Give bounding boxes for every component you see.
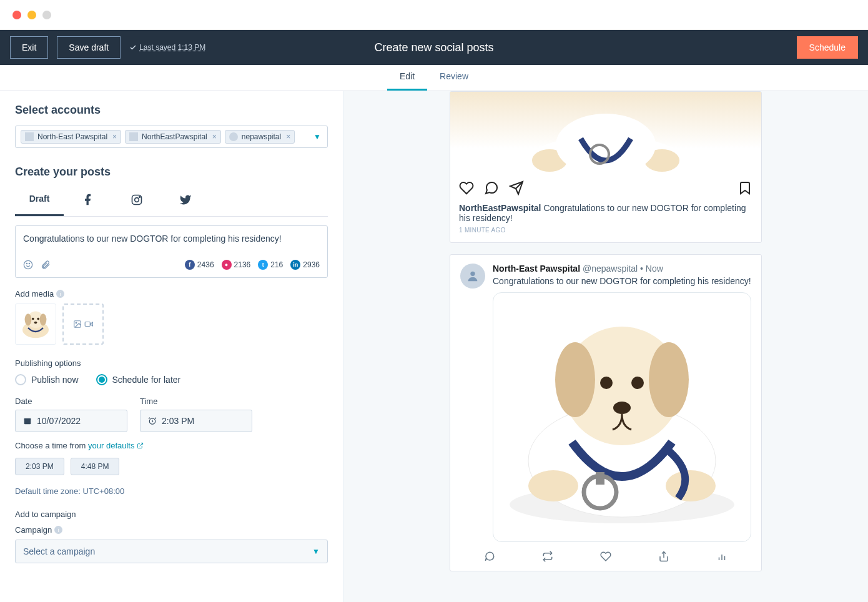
account-chip-label: NorthEastPawspital (142, 132, 207, 141)
account-chip-label: nepawspital (242, 132, 281, 141)
svg-point-14 (76, 322, 77, 323)
save-draft-button[interactable]: Save draft (57, 36, 121, 59)
media-thumbnail[interactable] (15, 303, 56, 345)
send-icon[interactable] (509, 180, 524, 195)
remove-chip-icon[interactable]: × (286, 132, 290, 141)
tab-review[interactable]: Review (427, 65, 481, 91)
radio-checked-icon (96, 374, 107, 385)
share-icon[interactable] (658, 551, 669, 562)
add-media-label: Add media i (15, 289, 328, 299)
left-panel: Select accounts North-East Pawspital × N… (0, 91, 343, 602)
svg-point-2 (139, 197, 141, 198)
image-icon (73, 320, 82, 328)
twitter-meta: North-East Pawspital @nepawspital • Now (493, 264, 751, 274)
analytics-icon[interactable] (716, 551, 727, 562)
time-label: Time (140, 397, 252, 406)
dog-image-icon (493, 299, 751, 536)
bookmark-icon[interactable] (737, 180, 752, 195)
attachment-icon[interactable] (41, 260, 51, 270)
post-network-tabs: Draft (15, 187, 328, 217)
add-media-button[interactable] (62, 303, 104, 345)
account-chip-instagram[interactable]: NorthEastPawspital × (125, 130, 221, 144)
twitter-char-count: t216 (258, 260, 283, 270)
retweet-icon[interactable] (542, 551, 553, 562)
traffic-lights (12, 11, 51, 19)
comment-icon[interactable] (484, 180, 499, 195)
schedule-button[interactable]: Schedule (797, 36, 858, 59)
avatar-placeholder-icon (466, 269, 480, 283)
account-chip-facebook[interactable]: North-East Pawspital × (21, 130, 121, 144)
campaign-placeholder: Select a campaign (23, 546, 95, 556)
remove-chip-icon[interactable]: × (212, 132, 217, 141)
emoji-icon[interactable] (23, 260, 33, 270)
instagram-char-count: ●2136 (222, 260, 251, 270)
time-option-chip[interactable]: 2:03 PM (15, 458, 64, 475)
date-label: Date (15, 397, 127, 406)
post-tab-facebook[interactable] (64, 187, 112, 216)
post-tab-draft[interactable]: Draft (15, 187, 64, 216)
composer-text[interactable]: Congratulations to our new DOGTOR for co… (23, 234, 320, 249)
svg-point-24 (556, 114, 656, 173)
svg-point-32 (666, 470, 716, 501)
instagram-preview-image (450, 92, 761, 173)
add-to-campaign-label: Add to campaign (15, 510, 328, 519)
schedule-later-radio[interactable]: Schedule for later (96, 374, 181, 385)
time-input[interactable]: 2:03 PM (140, 410, 252, 432)
svg-point-36 (600, 377, 613, 389)
window-chrome (0, 0, 868, 30)
svg-point-35 (649, 342, 689, 417)
create-posts-heading: Create your posts (15, 165, 328, 179)
instagram-caption: NorthEastPawspital Congratulations to ou… (450, 203, 761, 227)
post-composer[interactable]: Congratulations to our new DOGTOR for co… (15, 225, 328, 278)
preview-panel: NorthEastPawspital Congratulations to ou… (343, 91, 868, 602)
check-icon (129, 44, 137, 51)
svg-point-12 (34, 322, 37, 324)
tab-edit[interactable]: Edit (387, 65, 427, 91)
info-icon[interactable]: i (56, 290, 64, 298)
minimize-window-icon[interactable] (27, 11, 36, 19)
svg-point-5 (29, 263, 29, 264)
defaults-text: Choose a time from your defaults (15, 441, 328, 450)
svg-point-28 (470, 272, 475, 276)
timezone-text: Default time zone: UTC+08:00 (15, 486, 328, 496)
twitter-avatar (460, 264, 485, 289)
accounts-selector[interactable]: North-East Pawspital × NorthEastPawspita… (15, 126, 328, 148)
svg-marker-16 (90, 322, 92, 326)
post-tab-twitter[interactable] (161, 187, 210, 216)
time-value: 2:03 PM (162, 416, 194, 426)
main-tabs: Edit Review (0, 65, 868, 91)
account-chip-twitter[interactable]: nepawspital × (225, 130, 295, 144)
close-window-icon[interactable] (12, 11, 21, 19)
like-icon[interactable] (600, 551, 611, 562)
twitter-actions (460, 542, 751, 571)
svg-point-9 (40, 313, 47, 325)
avatar-icon (229, 132, 238, 141)
top-bar: Exit Save draft Last saved 1:13 PM Creat… (0, 30, 868, 65)
date-value: 10/07/2022 (37, 416, 81, 426)
schedule-later-label: Schedule for later (112, 375, 181, 385)
twitter-preview-image (493, 292, 751, 542)
defaults-link[interactable]: your defaults (88, 441, 144, 450)
svg-point-31 (528, 470, 578, 501)
reply-icon[interactable] (484, 551, 495, 562)
svg-point-4 (26, 263, 27, 264)
svg-point-8 (25, 313, 32, 325)
instagram-preview-card: NorthEastPawspital Congratulations to ou… (450, 91, 762, 243)
external-link-icon (137, 442, 144, 449)
chevron-down-icon[interactable]: ▼ (313, 132, 321, 141)
remove-chip-icon[interactable]: × (112, 132, 117, 141)
date-input[interactable]: 10/07/2022 (15, 410, 127, 432)
maximize-window-icon[interactable] (42, 11, 51, 19)
svg-line-20 (140, 443, 143, 446)
post-tab-instagram[interactable] (112, 187, 161, 216)
heart-icon[interactable] (459, 180, 474, 195)
exit-button[interactable]: Exit (10, 36, 48, 59)
twitter-preview-card: North-East Pawspital @nepawspital • Now … (450, 254, 762, 571)
info-icon[interactable]: i (54, 526, 62, 534)
time-option-chip[interactable]: 4:48 PM (71, 458, 120, 475)
svg-point-3 (24, 260, 32, 269)
publish-now-radio[interactable]: Publish now (15, 374, 79, 385)
instagram-swatch-icon (129, 132, 138, 141)
campaign-select[interactable]: Select a campaign ▼ (15, 540, 328, 563)
calendar-icon (23, 417, 32, 425)
